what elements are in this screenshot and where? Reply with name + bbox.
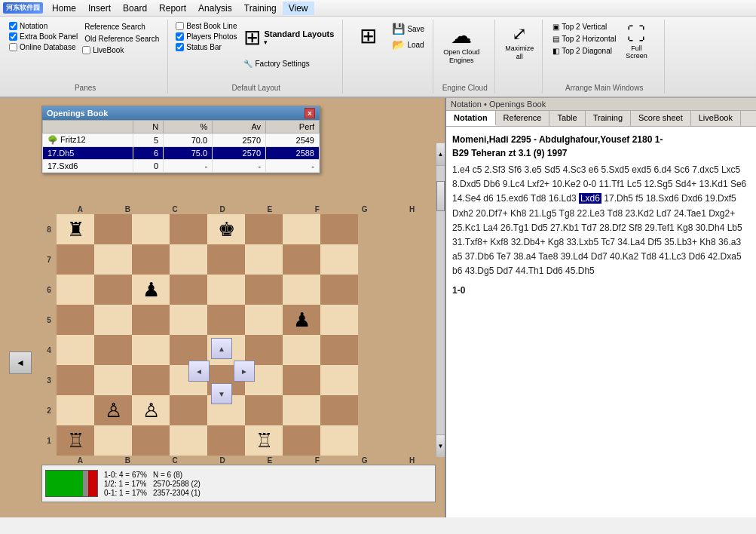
cell-a1[interactable]: ♖ bbox=[57, 425, 94, 456]
cell-c7[interactable] bbox=[132, 244, 170, 275]
check-livebook[interactable]: LiveBook bbox=[81, 45, 163, 55]
online-db-checkbox[interactable] bbox=[9, 43, 17, 51]
cell-c8[interactable] bbox=[132, 214, 170, 244]
cell-b7[interactable] bbox=[94, 244, 132, 275]
top2d-btn[interactable]: ◧ Top 2 Diagonal bbox=[549, 45, 620, 57]
nav-right-btn[interactable]: ► bbox=[234, 361, 255, 382]
menu-training[interactable]: Training bbox=[238, 2, 283, 15]
nav-up-btn[interactable]: ▲ bbox=[211, 338, 232, 359]
check-extra-book[interactable]: Extra Book Panel bbox=[8, 32, 79, 41]
tab-notation[interactable]: Notation bbox=[446, 111, 496, 126]
tab-training[interactable]: Training bbox=[586, 111, 631, 126]
cell-e1[interactable] bbox=[207, 425, 245, 456]
maximize-all-btn[interactable]: ⤢ Maximizeall bbox=[501, 21, 537, 63]
openings-close-btn[interactable]: × bbox=[305, 108, 315, 118]
check-status-bar[interactable]: Status Bar bbox=[174, 42, 238, 52]
cell-b2[interactable]: ♙ bbox=[94, 395, 132, 425]
cell-g7[interactable] bbox=[283, 244, 320, 275]
cell-h8[interactable] bbox=[320, 214, 358, 244]
cell-h2[interactable] bbox=[320, 395, 358, 425]
check-online-db[interactable]: Online Database bbox=[8, 42, 79, 52]
cell-e8[interactable]: ♚ bbox=[207, 214, 245, 244]
nav-left-btn[interactable]: ◄ bbox=[188, 361, 210, 382]
status-bar-checkbox[interactable] bbox=[176, 43, 184, 51]
cell-b8[interactable] bbox=[94, 214, 132, 244]
fullscreen-btn[interactable]: ⛶ FullScreen bbox=[621, 21, 651, 62]
menu-analysis[interactable]: Analysis bbox=[192, 2, 238, 15]
players-photos-checkbox[interactable] bbox=[176, 32, 184, 41]
cell-d6[interactable] bbox=[170, 275, 207, 305]
factory-settings-btn[interactable]: 🔧 Factory Settings bbox=[240, 57, 338, 70]
menu-board[interactable]: Board bbox=[117, 2, 153, 15]
cell-e6[interactable] bbox=[207, 275, 245, 305]
cell-b6[interactable] bbox=[94, 275, 132, 305]
scroll-down-btn[interactable]: ▼ bbox=[436, 434, 445, 457]
cell-a5[interactable] bbox=[57, 305, 94, 335]
standard-icon-btn[interactable]: ⊞ bbox=[349, 21, 387, 51]
top2v-btn[interactable]: ▣ Top 2 Vertical bbox=[549, 21, 620, 32]
top2h-btn[interactable]: ▤ Top 2 Horizontal bbox=[549, 33, 620, 44]
ref-search-btn[interactable]: Reference Search bbox=[81, 21, 163, 32]
cell-c6[interactable]: ♟ bbox=[132, 275, 170, 305]
cell-g4[interactable] bbox=[283, 335, 320, 365]
vertical-scrollbar[interactable]: ▲ ▼ bbox=[436, 143, 445, 457]
check-players-photos[interactable]: Players Photos bbox=[174, 32, 238, 41]
cell-f5[interactable] bbox=[245, 305, 283, 335]
extra-book-checkbox[interactable] bbox=[9, 32, 17, 41]
tab-score-sheet[interactable]: Score sheet bbox=[631, 111, 691, 126]
cell-c1[interactable] bbox=[132, 425, 170, 456]
tab-livebook[interactable]: LiveBook bbox=[691, 111, 741, 126]
check-best-book[interactable]: Best Book Line bbox=[174, 21, 238, 31]
cell-a6[interactable] bbox=[57, 275, 94, 305]
tab-table[interactable]: Table bbox=[549, 111, 585, 126]
save-btn[interactable]: 💾 Save bbox=[388, 21, 428, 36]
openings-row[interactable]: 17.Dh5675.025702588 bbox=[43, 147, 320, 160]
cell-d7[interactable] bbox=[170, 244, 207, 275]
standard-layouts-btn[interactable]: ⊞ Standard Layouts ▾ bbox=[240, 21, 338, 54]
best-book-checkbox[interactable] bbox=[176, 22, 184, 30]
check-notation[interactable]: Notation bbox=[8, 21, 79, 31]
cell-g3[interactable] bbox=[283, 365, 320, 395]
cell-e7[interactable] bbox=[207, 244, 245, 275]
cell-h7[interactable] bbox=[320, 244, 358, 275]
cell-f1[interactable]: ♖ bbox=[245, 425, 283, 456]
menu-home[interactable]: Home bbox=[46, 2, 82, 15]
tab-reference[interactable]: Reference bbox=[496, 111, 550, 126]
cell-g2[interactable] bbox=[283, 395, 320, 425]
cell-g5[interactable]: ♟ bbox=[283, 305, 320, 335]
old-ref-search-btn[interactable]: Old Reference Search bbox=[81, 33, 163, 44]
cell-g8[interactable] bbox=[283, 214, 320, 244]
cell-a3[interactable] bbox=[57, 365, 94, 395]
nav-down-btn[interactable]: ▼ bbox=[211, 383, 232, 404]
cell-c5[interactable] bbox=[132, 305, 170, 335]
openings-row[interactable]: 17.Sxd60--- bbox=[43, 160, 320, 173]
menu-insert[interactable]: Insert bbox=[82, 2, 117, 15]
cell-h4[interactable] bbox=[320, 335, 358, 365]
cell-a4[interactable] bbox=[57, 335, 94, 365]
cell-a8[interactable]: ♜ bbox=[57, 214, 94, 244]
cell-c4[interactable] bbox=[132, 335, 170, 365]
cell-h3[interactable] bbox=[320, 365, 358, 395]
open-cloud-btn[interactable]: ☁ Open CloudEngines bbox=[439, 21, 483, 67]
cell-d5[interactable] bbox=[170, 305, 207, 335]
cell-d8[interactable] bbox=[170, 214, 207, 244]
cell-b4[interactable] bbox=[94, 335, 132, 365]
livebook-checkbox[interactable] bbox=[82, 46, 90, 54]
cell-f6[interactable] bbox=[245, 275, 283, 305]
menu-report[interactable]: Report bbox=[153, 2, 192, 15]
cell-c3[interactable] bbox=[132, 365, 170, 395]
cell-h6[interactable] bbox=[320, 275, 358, 305]
menu-view[interactable]: View bbox=[283, 2, 314, 15]
cell-g1[interactable] bbox=[283, 425, 320, 456]
notation-checkbox[interactable] bbox=[9, 22, 17, 30]
load-btn[interactable]: 📂 Load bbox=[388, 37, 428, 52]
cell-h5[interactable] bbox=[320, 305, 358, 335]
scroll-thumb[interactable] bbox=[436, 181, 445, 211]
cell-e5[interactable] bbox=[207, 305, 245, 335]
cell-f7[interactable] bbox=[245, 244, 283, 275]
scroll-left-btn[interactable]: ◄ bbox=[9, 351, 32, 374]
cell-b5[interactable] bbox=[94, 305, 132, 335]
cell-f8[interactable] bbox=[245, 214, 283, 244]
cell-g6[interactable] bbox=[283, 275, 320, 305]
scroll-up-btn[interactable]: ▲ bbox=[436, 143, 445, 166]
